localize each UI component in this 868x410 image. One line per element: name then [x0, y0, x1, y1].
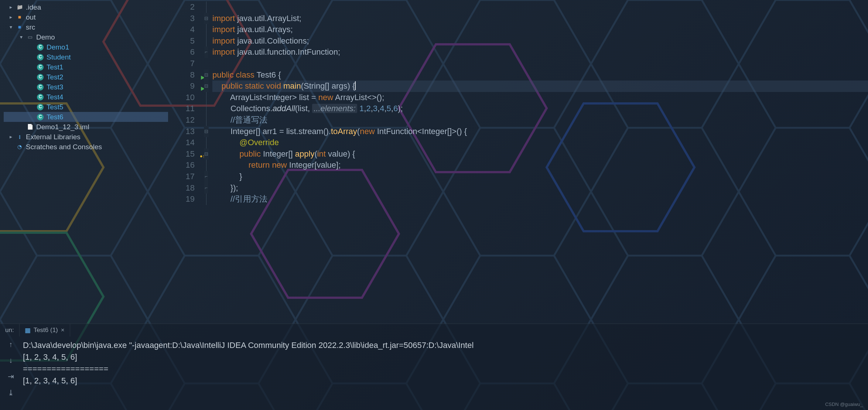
- scroll-end-icon[interactable]: ⤓: [8, 388, 14, 397]
- class-icon: [37, 74, 44, 81]
- line-number[interactable]: 14: [168, 137, 195, 148]
- line-number[interactable]: 9▶: [168, 81, 195, 92]
- fold-cell: [200, 160, 212, 171]
- token: new: [360, 127, 377, 136]
- code-line[interactable]: public class Test6 {: [212, 69, 868, 81]
- line-number[interactable]: 12: [168, 115, 195, 126]
- code-line[interactable]: [212, 58, 868, 69]
- line-number[interactable]: 3: [168, 13, 195, 24]
- line-number[interactable]: 8▶: [168, 69, 195, 81]
- code-line[interactable]: import java.util.Collections;: [212, 35, 868, 47]
- token: (: [314, 149, 317, 158]
- tree-item-student[interactable]: Student: [4, 52, 168, 62]
- fold-cell[interactable]: ⊟: [200, 126, 212, 137]
- code-line[interactable]: import java.util.Arrays;: [212, 24, 868, 35]
- line-number[interactable]: 16: [168, 160, 195, 171]
- fold-cell[interactable]: ⊟: [200, 69, 212, 81]
- chevron-right-icon[interactable]: [8, 2, 13, 12]
- token: Test6: [256, 70, 278, 79]
- tree-item--idea[interactable]: .idea: [4, 2, 168, 12]
- token: Integer[value];: [289, 160, 341, 170]
- fold-open-icon[interactable]: ⊟: [204, 69, 209, 81]
- code-line[interactable]: return new Integer[value];: [212, 160, 868, 171]
- token: [212, 160, 249, 170]
- line-number[interactable]: 11: [168, 103, 195, 115]
- chevron-down-icon[interactable]: [18, 32, 24, 42]
- line-number[interactable]: 10: [168, 92, 195, 103]
- fold-close-icon[interactable]: ⌐: [204, 182, 208, 194]
- tree-item-test6[interactable]: Test6: [4, 112, 168, 122]
- up-icon[interactable]: ↑: [9, 340, 13, 349]
- code-line[interactable]: import java.util.ArrayList;: [212, 13, 868, 24]
- fold-close-icon[interactable]: ⌐: [204, 47, 208, 58]
- code-line[interactable]: ArrayList<Integer> list = new ArrayList<…: [212, 92, 868, 103]
- chevron-right-icon[interactable]: [8, 132, 13, 142]
- fold-cell[interactable]: ⌐: [200, 47, 212, 58]
- fold-cell[interactable]: ⊟: [200, 148, 212, 160]
- token: java.util.ArrayList;: [237, 14, 301, 23]
- tree-item-out[interactable]: out: [4, 12, 168, 22]
- code-line[interactable]: public static void main(String[] args) {: [212, 81, 868, 92]
- line-number[interactable]: 5: [168, 35, 195, 47]
- down-icon[interactable]: ↓: [9, 356, 13, 365]
- run-tab[interactable]: ▦ Test6 (1) ×: [20, 324, 70, 336]
- code-editor[interactable]: 2345678▶9▶101112131415●↑16171819 ⊟⌐⊟⊟⊟⊟⌐…: [168, 0, 868, 324]
- code-line[interactable]: Integer[] arr1 = list.stream().toArray(n…: [212, 126, 868, 137]
- close-icon[interactable]: ×: [61, 327, 65, 334]
- line-number[interactable]: 15●↑: [168, 148, 195, 160]
- folder-blue-icon: [16, 24, 23, 31]
- fold-cell[interactable]: ⌐: [200, 171, 212, 182]
- soft-wrap-icon[interactable]: ⇥: [8, 372, 14, 381]
- line-number[interactable]: 13: [168, 126, 195, 137]
- fold-open-icon[interactable]: ⊟: [204, 13, 209, 24]
- line-gutter[interactable]: 2345678▶9▶101112131415●↑16171819: [168, 0, 200, 324]
- output-line: ==================: [23, 363, 867, 375]
- fold-close-icon[interactable]: ⌐: [204, 171, 208, 182]
- tree-item-demo[interactable]: Demo: [4, 32, 168, 42]
- fold-cell[interactable]: ⊟: [200, 13, 212, 24]
- tree-item-test3[interactable]: Test3: [4, 82, 168, 92]
- run-toolbar: ↑ ↓ ⇥ ⤓: [0, 336, 21, 410]
- fold-cell[interactable]: ⌐: [200, 182, 212, 194]
- tree-item-test2[interactable]: Test2: [4, 72, 168, 82]
- fold-open-icon[interactable]: ⊟: [204, 81, 209, 92]
- tree-item-external-libraries[interactable]: External Libraries: [4, 132, 168, 142]
- code-line[interactable]: import java.util.function.IntFunction;: [212, 47, 868, 58]
- line-number[interactable]: 19: [168, 194, 195, 205]
- tree-item-src[interactable]: src: [4, 22, 168, 32]
- code-line[interactable]: });: [212, 182, 868, 194]
- tree-item-demo1-12-3-iml[interactable]: Demo1_12_3.iml: [4, 122, 168, 132]
- tree-item-test1[interactable]: Test1: [4, 62, 168, 72]
- fold-open-icon[interactable]: ⊟: [204, 148, 209, 160]
- code-line[interactable]: @Override: [212, 137, 868, 148]
- line-number[interactable]: 6: [168, 47, 195, 58]
- token: 3: [373, 104, 377, 113]
- line-number[interactable]: 7: [168, 58, 195, 69]
- tree-item-label: Test5: [47, 102, 63, 112]
- run-output[interactable]: D:\Java\develop\bin\java.exe "-javaagent…: [21, 336, 868, 410]
- code-line[interactable]: Collections.addAll(list, ...elements: 1,…: [212, 103, 868, 115]
- chevron-down-icon[interactable]: [8, 22, 13, 32]
- code-line[interactable]: //普通写法: [212, 115, 868, 126]
- code-line[interactable]: }: [212, 171, 868, 182]
- fold-open-icon[interactable]: ⊟: [204, 126, 209, 137]
- tree-item-demo1[interactable]: Demo1: [4, 42, 168, 52]
- tree-item-label: Test2: [47, 72, 63, 82]
- code-line[interactable]: [212, 1, 868, 13]
- code-line[interactable]: //引用方法: [212, 194, 868, 205]
- line-number[interactable]: 17: [168, 171, 195, 182]
- fold-column[interactable]: ⊟⌐⊟⊟⊟⊟⌐⌐: [200, 0, 212, 324]
- token: {: [352, 81, 355, 90]
- tree-item-scratches-and-consoles[interactable]: Scratches and Consoles: [4, 142, 168, 152]
- fold-cell[interactable]: ⊟: [200, 81, 212, 92]
- tree-item-test4[interactable]: Test4: [4, 92, 168, 102]
- line-number[interactable]: 2: [168, 1, 195, 13]
- class-icon: [37, 94, 44, 100]
- line-number[interactable]: 18: [168, 182, 195, 194]
- code-line[interactable]: public Integer[] apply(int value) {: [212, 148, 868, 160]
- project-tree[interactable]: .ideaoutsrcDemoDemo1StudentTest1Test2Tes…: [0, 0, 168, 324]
- chevron-right-icon[interactable]: [8, 12, 13, 22]
- line-number[interactable]: 4: [168, 24, 195, 35]
- tree-item-test5[interactable]: Test5: [4, 102, 168, 112]
- code-area[interactable]: import java.util.ArrayList;import java.u…: [212, 0, 868, 324]
